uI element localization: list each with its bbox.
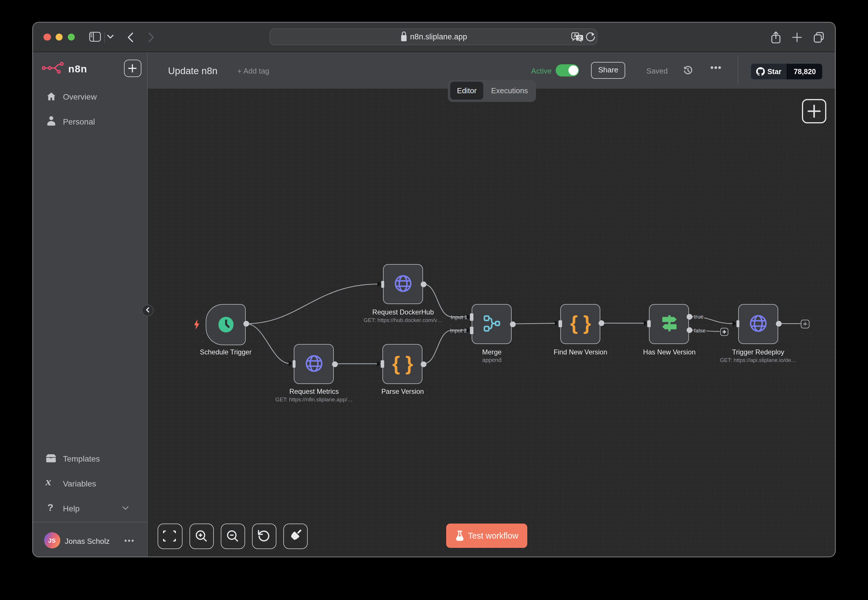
svg-text:文: 文 xyxy=(577,35,582,41)
